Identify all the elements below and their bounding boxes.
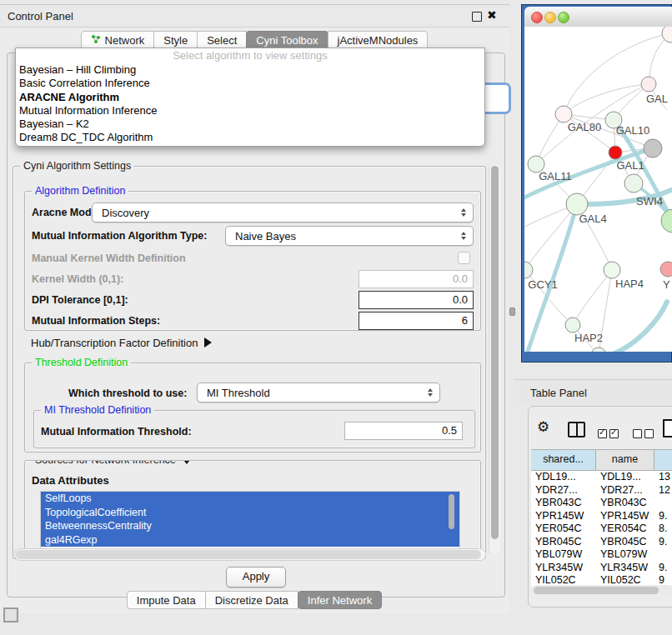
- float-panel-icon[interactable]: [472, 12, 482, 22]
- network-node-gal80[interactable]: [555, 106, 572, 122]
- close-icon[interactable]: ✖: [487, 8, 497, 22]
- which-threshold-value: MI Threshold: [203, 387, 428, 399]
- table-hscrollbar-thumb[interactable]: [534, 587, 659, 594]
- deselect-all-columns-icon[interactable]: [633, 427, 656, 442]
- table-cell[interactable]: [654, 548, 672, 562]
- table-cell[interactable]: YBR045C: [531, 536, 596, 549]
- which-threshold-combo[interactable]: MI Threshold: [197, 382, 440, 402]
- dropdown-item-mutual-information-inference[interactable]: Mutual Information Inference: [16, 104, 484, 118]
- network-node-y[interactable]: [660, 262, 672, 277]
- column-header-name[interactable]: name: [596, 450, 654, 470]
- table-row[interactable]: YBR043CYBR043C: [531, 497, 672, 510]
- table-cell[interactable]: YDL19...: [596, 471, 654, 484]
- attribute-item-selfloops[interactable]: SelfLoops: [41, 492, 459, 506]
- close-traffic-light-icon[interactable]: [531, 12, 543, 23]
- mi-steps-input[interactable]: 6: [359, 312, 474, 330]
- table-row[interactable]: YDR27...YDR27...12: [531, 484, 672, 498]
- table-cell[interactable]: YDR27...: [531, 484, 596, 498]
- network-node[interactable]: [661, 209, 672, 232]
- dropdown-item-basic-correlation-inference[interactable]: Basic Correlation Inference: [16, 77, 484, 90]
- apply-button[interactable]: Apply: [226, 567, 286, 588]
- table-cell[interactable]: YPR145W: [596, 510, 654, 523]
- kernel-width-input[interactable]: 0.0: [359, 270, 474, 288]
- network-edge-highlighted[interactable]: [614, 302, 667, 352]
- network-node-gal[interactable]: [641, 77, 656, 92]
- table-cell[interactable]: YBR043C: [596, 497, 654, 510]
- table-row[interactable]: YBL079WYBL079W: [531, 548, 672, 562]
- table-cell[interactable]: YPR145W: [531, 510, 596, 523]
- attribute-item-topologicalcoefficient[interactable]: TopologicalCoefficient: [41, 506, 459, 520]
- mi-algorithm-type-combo[interactable]: Naive Bayes: [225, 226, 474, 246]
- network-node[interactable]: [591, 348, 606, 352]
- table-cell[interactable]: YLR345W: [531, 562, 596, 575]
- dropdown-item-bayesian-k2[interactable]: Bayesian – K2: [16, 118, 484, 131]
- column-layout-icon[interactable]: [568, 422, 585, 438]
- table-cell[interactable]: YBL079W: [596, 548, 654, 562]
- table-row[interactable]: YER054CYER054C8.: [531, 522, 672, 536]
- tab-infer-network[interactable]: Infer Network: [298, 591, 382, 609]
- settings-vscrollbar-thumb[interactable]: [491, 166, 499, 539]
- dpi-tolerance-input[interactable]: 0.0: [359, 291, 474, 309]
- table-cell[interactable]: 9.: [654, 536, 672, 549]
- table-cell[interactable]: YDR27...: [596, 484, 654, 498]
- manual-kernel-width-checkbox[interactable]: [458, 252, 470, 264]
- new-table-document-icon[interactable]: [663, 419, 672, 438]
- column-header-shared[interactable]: shared...: [531, 450, 596, 470]
- tab-impute-data[interactable]: Impute Data: [127, 591, 206, 609]
- tab-discretize-data[interactable]: Discretize Data: [205, 591, 298, 609]
- network-canvas[interactable]: GALGAL80GAL10GAL1GAL11SWI4GAL4GCY1HAP4YH…: [524, 27, 672, 352]
- network-node[interactable]: [662, 27, 672, 42]
- network-window-titlebar[interactable]: [524, 7, 672, 28]
- dropdown-item-aracne-algorithm[interactable]: ARACNE Algorithm: [16, 91, 484, 104]
- panel-splitter-handle[interactable]: [509, 308, 515, 316]
- table-cell[interactable]: YER054C: [596, 522, 654, 536]
- network-node-gcy1[interactable]: [524, 262, 533, 278]
- column-header-2[interactable]: [654, 450, 672, 470]
- network-graph[interactable]: GALGAL80GAL10GAL1GAL11SWI4GAL4GCY1HAP4YH…: [524, 27, 672, 352]
- stepper-arrows-icon: [428, 388, 434, 397]
- zoom-traffic-light-icon[interactable]: [558, 12, 569, 23]
- network-node-hap2[interactable]: [565, 318, 580, 332]
- dock-panel-icon[interactable]: [3, 608, 18, 622]
- network-edge[interactable]: [564, 84, 649, 114]
- table-row[interactable]: YBR045CYBR045C9.: [531, 536, 672, 549]
- table-cell[interactable]: YLR345W: [596, 562, 654, 575]
- network-node-swi4[interactable]: [624, 174, 643, 192]
- table-cell[interactable]: 13: [654, 471, 672, 484]
- hub-definition-toggle[interactable]: Hub/Transcription Factor Definition: [31, 337, 212, 349]
- table-settings-gear-icon[interactable]: ⚙: [537, 420, 549, 434]
- minimize-traffic-light-icon[interactable]: [544, 12, 556, 23]
- table-cell[interactable]: YDL19...: [531, 471, 596, 484]
- list-scrollbar-thumb[interactable]: [449, 494, 454, 529]
- sources-group-title[interactable]: Sources for Network Inference: [32, 460, 196, 466]
- table-cell[interactable]: 9.: [654, 562, 672, 575]
- select-all-columns-icon[interactable]: [598, 427, 621, 442]
- dropdown-item-dream8-dc-tdc-algorithm[interactable]: Dream8 DC_TDC Algorithm: [16, 131, 484, 144]
- table-cell[interactable]: 12: [654, 484, 672, 498]
- network-node-label-gal4: GAL4: [579, 212, 606, 225]
- table-cell[interactable]: 9.: [654, 510, 672, 523]
- aracne-mode-combo[interactable]: Discovery: [92, 202, 474, 222]
- attribute-item-betweennesscentrality[interactable]: BetweennessCentrality: [41, 519, 459, 533]
- attribute-item-gal4rgexp[interactable]: gal4RGexp: [41, 533, 459, 548]
- table-row[interactable]: YDL19...YDL19...13: [531, 471, 672, 484]
- table-row[interactable]: YPR145WYPR145W9.: [531, 510, 672, 523]
- network-node[interactable]: [644, 139, 662, 158]
- table-cell[interactable]: YBL079W: [531, 548, 596, 562]
- settings-hscrollbar-thumb[interactable]: [16, 550, 481, 559]
- table-hscrollbar[interactable]: [532, 585, 672, 595]
- table-cell[interactable]: YBR043C: [531, 497, 596, 510]
- mi-threshold-input[interactable]: 0.5: [344, 422, 463, 440]
- settings-vscrollbar[interactable]: [489, 164, 500, 554]
- network-node-gal1[interactable]: [609, 146, 622, 159]
- table-cell[interactable]: YER054C: [531, 522, 596, 536]
- dropdown-item-bayesian-hill-climbing[interactable]: Bayesian – Hill Climbing: [16, 63, 484, 77]
- table-cell[interactable]: [654, 497, 672, 510]
- network-edge[interactable]: [573, 270, 612, 325]
- table-cell[interactable]: YBR045C: [596, 536, 654, 549]
- table-row[interactable]: YLR345WYLR345W9.: [531, 562, 672, 575]
- table-cell[interactable]: 8.: [654, 522, 672, 536]
- node-table: shared...nameYDL19...YDL19...13YDR27...Y…: [531, 449, 672, 587]
- network-node-hap4[interactable]: [604, 262, 620, 278]
- settings-hscrollbar[interactable]: [14, 548, 486, 561]
